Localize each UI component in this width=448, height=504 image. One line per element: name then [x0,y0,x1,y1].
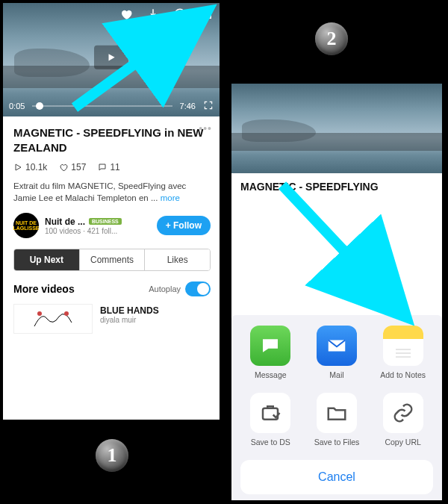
message-icon [250,326,290,366]
share-message[interactable]: Message [239,326,302,379]
share-sheet: Message Mail Add to Notes Save to DS Sav… [231,315,442,500]
share-save-files[interactable]: Save to Files [305,393,368,447]
share-mail[interactable]: Mail [305,326,368,379]
like-count: 157 [59,162,86,172]
download-icon[interactable] [146,7,160,24]
video-title-bg: MAGNETIC - SPEEDFLYING [231,173,442,193]
heart-icon[interactable] [119,7,133,24]
share-icon[interactable] [200,7,214,24]
panel-step-1: 0:05 7:46 ••• MAGNETIC - SPEEDFLYING in … [3,3,220,420]
notes-icon [383,326,423,366]
video-stats: 10.1k 157 11 [13,162,211,172]
video-details: MAGNETIC - SPEEDFLYING in NEW ZEALAND 10… [3,116,220,340]
autoplay-toggle[interactable] [185,281,211,296]
cancel-button[interactable]: Cancel [240,460,433,494]
more-videos-heading: More videos [13,283,75,295]
channel-row: NUIT DE LAGLISSE Nuit de ...BUSINESS 100… [13,213,211,238]
follow-button[interactable]: + Follow [157,216,211,235]
video-scrubber[interactable]: 0:05 7:46 [3,97,220,116]
panel-step-2: MAGNETIC - SPEEDFLYING More videos Autop… [231,84,442,500]
business-badge: BUSINESS [89,218,122,225]
link-icon [383,393,423,433]
tabs: Up Next Comments Likes [13,249,211,271]
play-button[interactable] [94,46,128,69]
fullscreen-icon[interactable] [203,100,214,112]
svg-point-1 [37,311,42,316]
thumb-author: diyala muir [100,316,159,324]
svg-point-2 [64,311,69,316]
share-save-ds[interactable]: Save to DS [239,393,302,447]
comment-count: 11 [98,162,119,172]
more-options-icon[interactable]: ••• [199,122,212,134]
current-time: 0:05 [9,102,25,111]
video-player[interactable]: 0:05 7:46 [3,3,220,116]
share-notes[interactable]: Add to Notes [372,326,435,379]
save-ds-icon [250,393,290,433]
step-badge-2: 2 [315,22,348,55]
tab-comments[interactable]: Comments [80,249,146,270]
list-item[interactable]: BLUE HANDS diyala muir [13,304,211,334]
channel-meta: 100 videos · 421 foll... [45,227,151,235]
mail-icon [317,326,357,366]
video-title: MAGNETIC - SPEEDFLYING in NEW ZEALAND [13,125,211,155]
video-thumbnail [13,304,93,334]
step-badge-1: 1 [96,439,128,472]
top-action-bar [119,7,214,24]
autoplay-label: Autoplay [149,284,181,293]
video-description: Extrait du film MAGNETIC, SpeedFlying av… [13,180,211,204]
share-copy-url[interactable]: Copy URL [372,393,435,447]
tab-likes[interactable]: Likes [145,249,210,270]
channel-name[interactable]: Nuit de ... [45,217,85,227]
thumb-title: BLUE HANDS [100,305,159,316]
video-player-bg [231,84,442,173]
play-count: 10.1k [13,162,47,172]
duration: 7:46 [180,102,196,111]
tab-upnext[interactable]: Up Next [14,249,80,270]
clock-icon[interactable] [173,7,187,24]
more-link[interactable]: more [161,193,180,202]
files-icon [317,393,357,433]
avatar[interactable]: NUIT DE LAGLISSE [13,213,39,238]
